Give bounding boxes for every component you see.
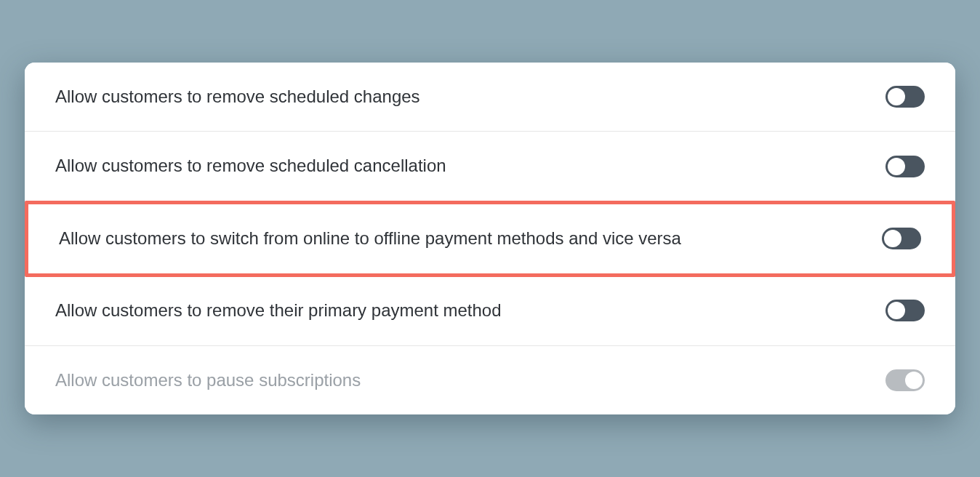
setting-label: Allow customers to pause subscriptions [55, 368, 361, 393]
toggle-knob [888, 158, 905, 175]
toggle-knob [884, 230, 901, 247]
toggle-remove-scheduled-changes[interactable] [885, 86, 925, 108]
setting-label: Allow customers to switch from online to… [59, 226, 681, 252]
setting-row-remove-primary-payment: Allow customers to remove their primary … [25, 276, 955, 346]
toggle-knob [888, 88, 905, 105]
setting-label: Allow customers to remove scheduled canc… [55, 153, 446, 179]
toggle-switch-payment-methods[interactable] [882, 228, 921, 249]
setting-label: Allow customers to remove scheduled chan… [55, 84, 420, 110]
toggle-remove-scheduled-cancellation[interactable] [885, 156, 925, 177]
toggle-pause-subscriptions[interactable] [885, 369, 925, 391]
setting-row-remove-scheduled-changes: Allow customers to remove scheduled chan… [25, 63, 955, 132]
setting-row-pause-subscriptions: Allow customers to pause subscriptions [25, 346, 955, 415]
setting-row-switch-payment-methods: Allow customers to switch from online to… [25, 201, 955, 277]
setting-row-remove-scheduled-cancellation: Allow customers to remove scheduled canc… [25, 132, 955, 201]
setting-label: Allow customers to remove their primary … [55, 298, 502, 324]
settings-panel-wrapper: Allow customers to remove scheduled chan… [10, 48, 970, 430]
toggle-remove-primary-payment[interactable] [885, 300, 925, 321]
toggle-knob [905, 372, 923, 389]
settings-panel: Allow customers to remove scheduled chan… [25, 63, 955, 415]
toggle-knob [888, 302, 905, 319]
